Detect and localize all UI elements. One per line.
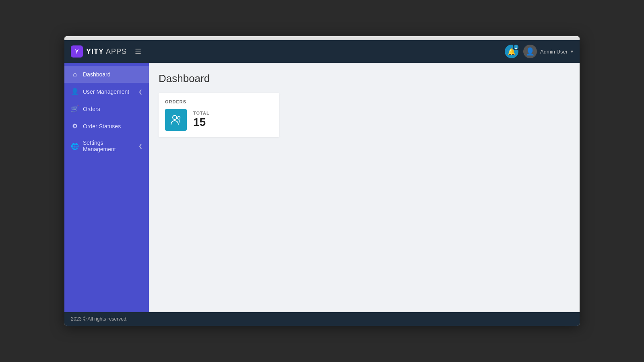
navbar-right: 🔔 1 👤 Admin User ▾ [505, 45, 573, 58]
sidebar-item-label: Dashboard [83, 71, 142, 78]
orders-card: ORDERS TOTAL 15 [159, 93, 279, 137]
user-name: Admin User [540, 49, 568, 55]
settings-icon: 🌐 [71, 142, 79, 150]
orders-stat: TOTAL 15 [165, 109, 273, 131]
sidebar-item-settings-management[interactable]: 🌐 Settings Management ❮ [64, 135, 149, 157]
orders-svg-icon [170, 114, 182, 126]
page-title: Dashboard [159, 72, 570, 85]
svg-point-1 [178, 117, 180, 119]
notification-badge: 1 [513, 44, 519, 50]
sidebar-item-label: Orders [83, 106, 142, 112]
sidebar-item-label: User Management [83, 88, 134, 95]
sidebar: ⌂ Dashboard 👤 User Management ❮ 🛒 Orders [64, 63, 149, 312]
sidebar-item-orders[interactable]: 🛒 Orders [64, 100, 149, 117]
orders-icon: 🛒 [71, 105, 79, 113]
orders-card-title: ORDERS [165, 99, 273, 104]
user-icon: 👤 [71, 88, 79, 95]
statuses-icon: ⚙ [71, 122, 79, 130]
user-avatar: 👤 [523, 45, 537, 58]
user-menu[interactable]: 👤 Admin User ▾ [523, 45, 573, 58]
stat-label: TOTAL [193, 111, 210, 115]
brand-name: YITY APPS [86, 47, 127, 56]
brand: Y YITY APPS [71, 45, 127, 58]
browser-bar [64, 36, 580, 40]
brand-logo: Y [71, 45, 83, 58]
content-area: Dashboard ORDERS T [149, 63, 580, 312]
sidebar-item-order-statuses[interactable]: ⚙ Order Statuses [64, 117, 149, 135]
orders-stat-icon [165, 109, 187, 131]
chevron-left-icon: ❮ [138, 89, 142, 95]
orders-stat-info: TOTAL 15 [193, 111, 210, 129]
footer: 2023 © All rights reserved. [64, 312, 580, 326]
main-layout: ⌂ Dashboard 👤 User Management ❮ 🛒 Orders [64, 63, 580, 312]
sidebar-item-label: Order Statuses [83, 123, 142, 130]
sidebar-nav: ⌂ Dashboard 👤 User Management ❮ 🛒 Orders [64, 63, 149, 160]
stat-value: 15 [193, 115, 210, 129]
notification-button[interactable]: 🔔 1 [505, 45, 518, 58]
navbar: Y YITY APPS ☰ 🔔 1 👤 Admin User ▾ [64, 40, 580, 63]
footer-text: 2023 © All rights reserved. [71, 316, 128, 322]
sidebar-item-user-management[interactable]: 👤 User Management ❮ [64, 83, 149, 100]
sidebar-item-dashboard[interactable]: ⌂ Dashboard [64, 66, 149, 83]
svg-point-0 [173, 115, 177, 119]
chevron-down-icon: ▾ [571, 49, 573, 54]
home-icon: ⌂ [71, 71, 79, 78]
sidebar-item-label: Settings Management [83, 140, 134, 152]
hamburger-button[interactable]: ☰ [133, 45, 143, 58]
chevron-left-icon: ❮ [138, 143, 142, 149]
